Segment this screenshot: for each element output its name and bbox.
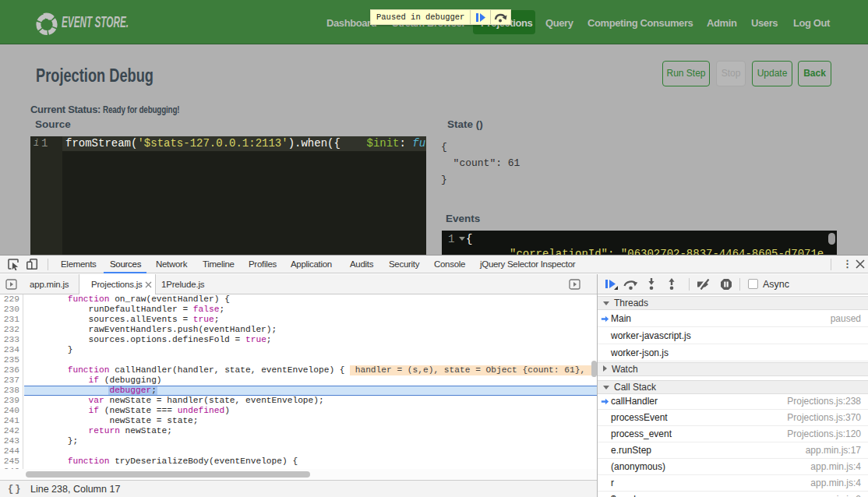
svg-text:EVENT STORE.: EVENT STORE. [62, 12, 129, 30]
